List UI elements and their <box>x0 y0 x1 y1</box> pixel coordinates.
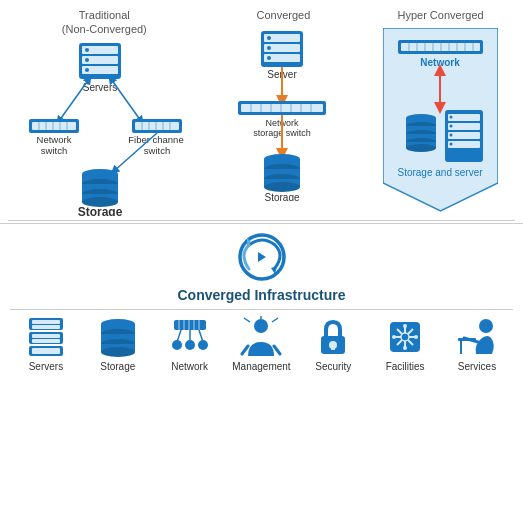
storage-label: Storage <box>100 361 135 372</box>
section-hyper: Hyper Converged <box>366 8 515 216</box>
network-icon <box>169 316 211 358</box>
svg-line-7 <box>59 79 89 121</box>
svg-point-128 <box>185 340 195 350</box>
svg-marker-102 <box>258 252 266 262</box>
svg-text:Storage and server: Storage and server <box>398 167 484 178</box>
svg-line-131 <box>242 346 248 354</box>
svg-line-132 <box>274 346 280 354</box>
svg-point-63 <box>264 182 300 192</box>
svg-point-127 <box>172 340 182 350</box>
divider-bottom <box>10 309 513 310</box>
svg-point-85 <box>450 116 453 119</box>
svg-line-135 <box>272 318 278 322</box>
svg-point-148 <box>414 335 418 339</box>
bottom-section: Converged Infrastructure Servers <box>0 223 523 376</box>
servers-label: Servers <box>83 82 117 93</box>
svg-rect-10 <box>32 122 76 130</box>
svg-point-147 <box>392 335 396 339</box>
svg-point-149 <box>479 319 493 333</box>
svg-point-146 <box>403 346 407 350</box>
svg-rect-105 <box>32 325 60 329</box>
network-label: Network <box>171 361 208 372</box>
services-icon <box>456 316 498 358</box>
svg-rect-81 <box>448 114 480 121</box>
svg-line-134 <box>244 318 250 322</box>
svg-point-5 <box>85 58 89 62</box>
converged-title: Converged <box>256 8 310 22</box>
servers-label: Servers <box>29 361 63 372</box>
svg-point-117 <box>101 347 135 357</box>
svg-rect-68 <box>401 43 480 51</box>
management-label: Management <box>232 361 290 372</box>
svg-rect-82 <box>448 123 480 130</box>
svg-rect-110 <box>32 348 60 354</box>
svg-point-4 <box>85 48 89 52</box>
svg-rect-84 <box>448 141 480 148</box>
traditional-svg: Servers Network switch Fiber cha <box>24 41 184 216</box>
svg-rect-138 <box>331 345 335 350</box>
diagram-area: Traditional (Non-Converged) Servers <box>0 0 523 220</box>
svg-point-86 <box>450 125 453 128</box>
svg-text:Network: Network <box>37 134 72 145</box>
section-traditional: Traditional (Non-Converged) Servers <box>8 8 201 216</box>
svg-rect-108 <box>32 339 60 343</box>
management-icon <box>240 316 282 358</box>
svg-text:Storage: Storage <box>78 205 123 216</box>
icon-item-storage: Storage <box>85 316 150 372</box>
svg-rect-151 <box>458 338 476 341</box>
ci-title: Converged Infrastructure <box>177 287 345 303</box>
svg-line-8 <box>111 79 141 121</box>
icon-item-network: Network <box>157 316 222 372</box>
svg-point-40 <box>267 36 271 40</box>
icon-item-services: Services <box>444 316 509 372</box>
svg-point-129 <box>198 340 208 350</box>
svg-text:switch: switch <box>144 145 170 156</box>
svg-point-42 <box>267 56 271 60</box>
svg-rect-19 <box>135 122 179 130</box>
icon-item-management: Management <box>229 316 294 372</box>
icon-item-facilities: Facilities <box>373 316 438 372</box>
hyper-svg: Network Storage and server <box>383 28 498 213</box>
svg-rect-46 <box>241 104 323 112</box>
svg-point-145 <box>403 324 407 328</box>
facilities-icon <box>384 316 426 358</box>
svg-text:Storage: Storage <box>265 192 300 201</box>
divider-top <box>8 220 515 221</box>
svg-rect-83 <box>448 132 480 139</box>
ci-logo <box>227 230 297 285</box>
servers-icon <box>25 316 67 358</box>
svg-rect-104 <box>32 320 60 324</box>
svg-point-88 <box>450 143 453 146</box>
svg-point-41 <box>267 46 271 50</box>
converged-infra: Converged Infrastructure <box>0 230 523 303</box>
icons-row: Servers Storage <box>0 316 523 376</box>
security-icon <box>312 316 354 358</box>
svg-text:switch: switch <box>41 145 67 156</box>
svg-text:Fiber channel: Fiber channel <box>129 134 185 145</box>
icon-item-security: Security <box>301 316 366 372</box>
svg-point-144 <box>401 333 409 341</box>
services-label: Services <box>458 361 496 372</box>
icon-item-servers: Servers <box>13 316 78 372</box>
traditional-title: Traditional (Non-Converged) <box>62 8 147 37</box>
svg-point-87 <box>450 134 453 137</box>
converged-svg: Server Network storage switch <box>223 26 343 201</box>
security-label: Security <box>315 361 351 372</box>
section-converged: Converged Server Network stora <box>205 8 363 216</box>
svg-rect-107 <box>32 334 60 338</box>
facilities-label: Facilities <box>386 361 425 372</box>
svg-point-97 <box>406 144 436 152</box>
svg-point-130 <box>254 319 268 333</box>
svg-point-6 <box>85 68 89 72</box>
hyper-title: Hyper Converged <box>397 8 483 22</box>
svg-text:Network: Network <box>420 57 460 68</box>
storage-icon <box>97 316 139 358</box>
